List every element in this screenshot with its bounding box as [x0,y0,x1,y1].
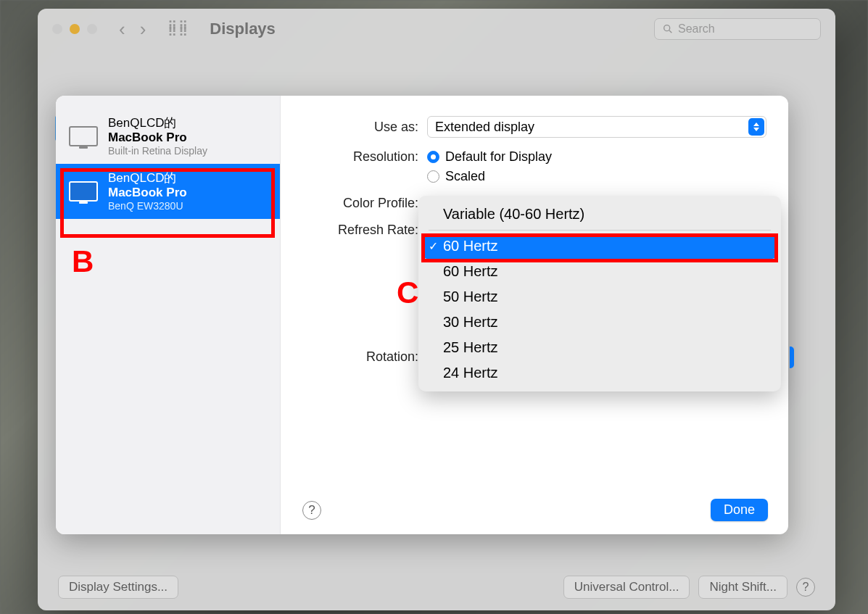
rotation-label: Rotation: [302,349,418,365]
night-shift-button[interactable]: Night Shift... [698,576,788,599]
universal-control-button[interactable]: Universal Control... [563,576,690,599]
help-icon: ? [308,503,315,518]
refresh-rate-option-3[interactable]: 30 Hertz [423,310,777,335]
display-item-title: BenQLCD的 [108,171,187,186]
use-as-popup[interactable]: Extended display [427,116,766,138]
night-shift-label: Night Shift... [709,580,777,594]
svg-point-0 [664,25,670,31]
display-item-external[interactable]: BenQLCD的 MacBook Pro BenQ EW3280U [56,164,280,219]
refresh-rate-label: Refresh Rate: [302,223,418,238]
refresh-rate-option-0[interactable]: ✓ 60 Hertz [423,233,777,259]
titlebar: ‹ › ⠿⠿⠿⠿ Displays Search [38,9,835,49]
forward-button[interactable]: › [140,18,146,41]
window-help-button[interactable]: ? [796,578,815,597]
display-list-sidebar: BenQLCD的 MacBook Pro Built-in Retina Dis… [56,96,281,534]
radio-dot-icon [427,170,439,183]
refresh-rate-option-1[interactable]: 60 Hertz [423,259,777,284]
refresh-rate-option-2[interactable]: 50 Hertz [423,284,777,310]
menu-separator [429,230,771,231]
chevron-updown-icon [748,118,764,136]
display-settings-button[interactable]: Display Settings... [58,576,178,599]
monitor-icon [69,181,98,202]
resolution-scaled-label: Scaled [445,169,485,184]
search-field[interactable]: Search [654,18,821,40]
refresh-rate-header[interactable]: Variable (40-60 Hertz) [423,202,777,227]
chevron-updown-icon [790,347,794,368]
window-title: Displays [210,20,276,38]
resolution-label: Resolution: [302,149,418,165]
traffic-lights [52,24,97,34]
window-zoom-button[interactable] [87,24,97,34]
display-item-subtitle-bold: MacBook Pro [108,130,207,145]
use-as-value: Extended display [435,120,534,135]
color-profile-label: Color Profile: [302,196,418,211]
search-placeholder: Search [678,22,715,36]
refresh-rate-option-5[interactable]: 24 Hertz [423,360,777,386]
universal-control-label: Universal Control... [574,580,679,594]
system-preferences-window: ‹ › ⠿⠿⠿⠿ Displays Search BenQLCD的 MacBoo… [38,9,835,610]
display-item-title: BenQLCD的 [108,116,207,130]
display-item-subtitle: BenQ EW3280U [108,200,187,212]
display-settings-label: Display Settings... [69,580,168,594]
use-as-row: Use as: Extended display [302,116,766,138]
resolution-default-radio[interactable]: Default for Display [427,149,552,165]
resolution-scaled-radio[interactable]: Scaled [427,169,552,184]
monitor-icon [69,126,98,146]
show-all-icon[interactable]: ⠿⠿⠿⠿ [168,23,189,35]
rotation-row: Rotation: [302,349,427,365]
help-icon: ? [803,581,809,594]
nav-chevrons: ‹ › [119,18,146,41]
radio-dot-icon [427,151,439,163]
display-item-text: BenQLCD的 MacBook Pro BenQ EW3280U [108,171,187,212]
window-close-button[interactable] [52,24,62,34]
bottom-toolbar: Display Settings... Universal Control...… [58,576,815,599]
svg-line-1 [669,30,671,33]
annotation-label-b: B [72,244,94,279]
resolution-radio-group: Default for Display Scaled [427,149,552,184]
done-button[interactable]: Done [711,499,768,521]
resolution-row: Resolution: Default for Display Scaled [302,149,766,184]
resolution-default-label: Default for Display [445,149,552,165]
display-item-text: BenQLCD的 MacBook Pro Built-in Retina Dis… [108,116,207,157]
back-button[interactable]: ‹ [119,18,125,41]
display-item-subtitle: Built-in Retina Display [108,145,207,157]
refresh-rate-dropdown[interactable]: Variable (40-60 Hertz) ✓ 60 Hertz 60 Her… [418,196,781,391]
search-icon [662,23,674,35]
settings-content: Use as: Extended display Resolution: Def… [281,96,788,534]
done-label: Done [724,502,755,517]
use-as-label: Use as: [302,120,418,135]
refresh-rate-option-4[interactable]: 25 Hertz [423,335,777,360]
help-button[interactable]: ? [302,501,321,520]
display-settings-sheet: BenQLCD的 MacBook Pro Built-in Retina Dis… [56,96,788,534]
window-minimize-button[interactable] [70,24,80,34]
display-item-builtin[interactable]: BenQLCD的 MacBook Pro Built-in Retina Dis… [56,109,280,164]
checkmark-icon: ✓ [429,239,438,253]
display-item-subtitle-bold: MacBook Pro [108,186,187,200]
annotation-label-c: C [397,275,418,310]
refresh-rate-option-label: 60 Hertz [443,238,498,254]
